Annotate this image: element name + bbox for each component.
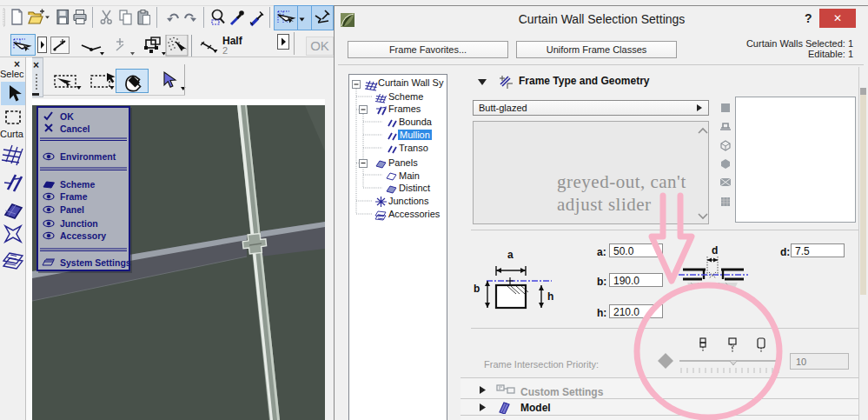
svg-text:d: d	[712, 244, 718, 257]
svg-text:h: h	[547, 290, 553, 303]
svg-text:a: a	[507, 249, 514, 261]
svg-text:b: b	[474, 283, 480, 295]
